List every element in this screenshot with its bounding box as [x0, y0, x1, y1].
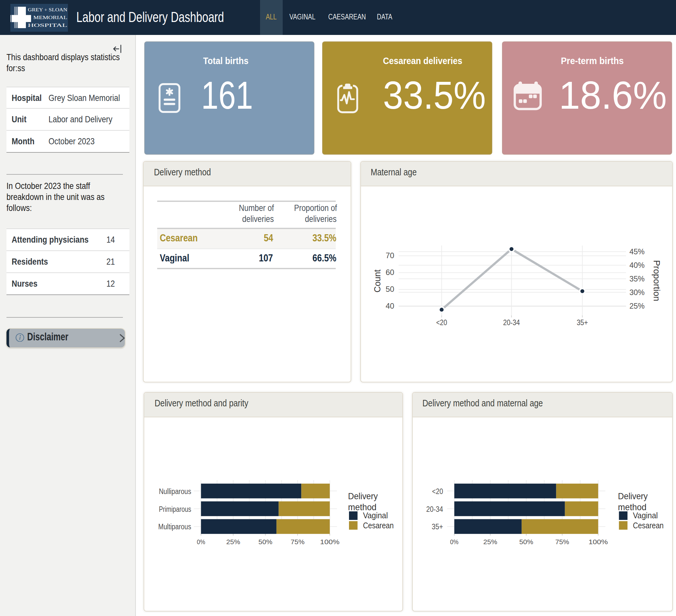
svg-text:<20: <20 — [432, 487, 443, 495]
svg-text:35+: 35+ — [432, 522, 443, 530]
svg-text:<20: <20 — [436, 318, 447, 326]
svg-text:100%: 100% — [320, 538, 340, 545]
svg-text:GREY + SLOAN: GREY + SLOAN — [28, 7, 68, 12]
svg-text:MEMORIAL: MEMORIAL — [33, 15, 67, 20]
svg-text:0%: 0% — [450, 538, 458, 545]
svg-text:75%: 75% — [555, 538, 569, 545]
svg-text:40%: 40% — [629, 261, 644, 269]
svg-text:45%: 45% — [629, 247, 644, 256]
svg-text:Cesarean: Cesarean — [633, 520, 663, 530]
svg-text:25%: 25% — [629, 301, 644, 310]
svg-text:HOSPITAL: HOSPITAL — [28, 23, 67, 28]
svg-text:35%: 35% — [629, 274, 644, 283]
svg-text:35+: 35+ — [576, 318, 588, 326]
svg-text:75%: 75% — [291, 538, 305, 545]
svg-text:30%: 30% — [629, 288, 644, 296]
svg-text:50%: 50% — [519, 538, 533, 545]
svg-text:20-34: 20-34 — [426, 505, 443, 513]
svg-text:Vaginal: Vaginal — [363, 510, 388, 520]
svg-text:100%: 100% — [588, 538, 608, 545]
svg-text:20-34: 20-34 — [503, 318, 520, 326]
svg-text:Delivery: Delivery — [348, 491, 378, 501]
svg-text:70: 70 — [386, 251, 394, 260]
svg-text:Proportion: Proportion — [652, 260, 662, 301]
svg-text:Vaginal: Vaginal — [633, 510, 658, 520]
svg-text:50%: 50% — [259, 538, 272, 545]
svg-text:25%: 25% — [483, 538, 497, 545]
svg-text:Delivery: Delivery — [618, 491, 647, 501]
svg-text:Count: Count — [372, 269, 382, 292]
svg-text:0%: 0% — [196, 538, 205, 545]
svg-text:60: 60 — [386, 268, 394, 276]
svg-text:Multiparous: Multiparous — [158, 522, 191, 530]
svg-text:Nulliparous: Nulliparous — [159, 487, 191, 495]
svg-text:40: 40 — [386, 301, 394, 310]
svg-text:25%: 25% — [226, 538, 240, 545]
svg-text:Cesarean: Cesarean — [363, 520, 394, 530]
svg-text:Primiparous: Primiparous — [159, 505, 191, 513]
svg-text:50: 50 — [386, 284, 394, 293]
